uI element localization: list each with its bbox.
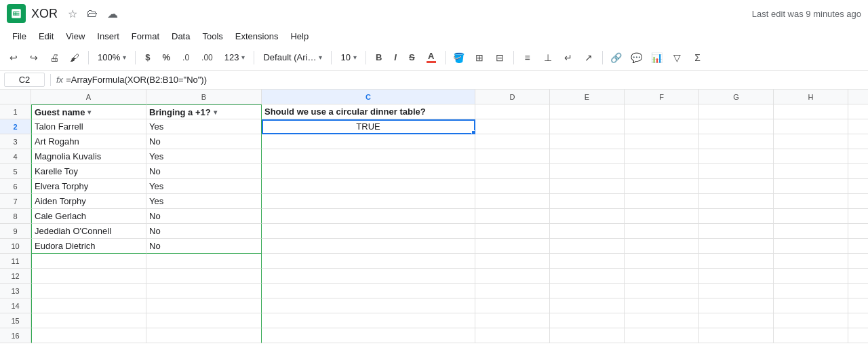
cell-9D[interactable] [475,224,550,239]
cell-8G[interactable] [699,209,774,224]
cell-11A[interactable] [31,254,146,269]
cell-15D[interactable] [475,313,550,328]
undo-button[interactable]: ↩ [4,48,23,67]
cell-11B[interactable] [146,254,262,269]
cell-8F[interactable] [625,209,699,224]
col-header-i[interactable]: I [848,90,868,104]
cell-7E[interactable] [550,194,625,209]
col-header-d[interactable]: D [475,90,550,104]
cell-1D[interactable] [475,104,550,119]
font-select[interactable]: Default (Ari… ▾ [258,48,327,67]
row-header-15[interactable]: 15 [0,313,31,328]
cell-3A[interactable]: Art Rogahn [31,134,146,149]
cell-14G[interactable] [699,298,774,313]
functions-button[interactable]: Σ [688,48,707,67]
halign-button[interactable]: ≡ [518,48,537,67]
row-header-11[interactable]: 11 [0,254,31,269]
cell-1F[interactable] [625,104,699,119]
cell-3D[interactable] [475,134,550,149]
row-header-8[interactable]: 8 [0,209,31,224]
cell-4B[interactable]: Yes [146,149,262,164]
cell-13D[interactable] [475,284,550,298]
cell-14H[interactable] [774,298,848,313]
redo-button[interactable]: ↪ [24,48,43,67]
dec0-button[interactable]: .0 [177,48,195,67]
col-header-h[interactable]: H [774,90,848,104]
cell-16A[interactable] [31,328,146,343]
cell-6I[interactable] [848,179,868,194]
cell-10C[interactable] [262,239,475,254]
cell-14I[interactable] [848,298,868,313]
paint-format-button[interactable]: 🖌 [65,48,84,67]
cell-7B[interactable]: Yes [146,194,262,209]
menu-item-extensions[interactable]: Extensions [230,30,284,43]
col-header-f[interactable]: F [625,90,699,104]
cell-5E[interactable] [550,164,625,179]
cell-2G[interactable] [699,119,774,134]
row-header-5[interactable]: 5 [0,164,31,179]
col-header-b[interactable]: B [146,90,262,104]
folder-icon[interactable]: 🗁 [85,6,100,21]
cell-13A[interactable] [31,284,146,298]
currency-button[interactable]: $ [140,48,155,67]
chart-button[interactable]: 📊 [648,48,667,67]
cell-10F[interactable] [625,239,699,254]
cell-5D[interactable] [475,164,550,179]
borders-button[interactable]: ⊞ [470,48,489,67]
cell-16E[interactable] [550,328,625,343]
cell-12F[interactable] [625,269,699,284]
cell-2H[interactable] [774,119,848,134]
cell-9F[interactable] [625,224,699,239]
cell-15C[interactable] [262,313,475,328]
cell-1C[interactable]: Should we use a circular dinner table? [262,104,475,119]
cell-8A[interactable]: Cale Gerlach [31,209,146,224]
cell-7D[interactable] [475,194,550,209]
strikethrough-button[interactable]: S [403,48,420,67]
cell-12E[interactable] [550,269,625,284]
cell-8H[interactable] [774,209,848,224]
cell-2A[interactable]: Talon Farrell [31,119,146,134]
cell-3G[interactable] [699,134,774,149]
row-header-10[interactable]: 10 [0,239,31,254]
cell-3E[interactable] [550,134,625,149]
cell-3H[interactable] [774,134,848,149]
cell-7A[interactable]: Aiden Torphy [31,194,146,209]
row-header-14[interactable]: 14 [0,298,31,313]
cell-5I[interactable] [848,164,868,179]
cell-10G[interactable] [699,239,774,254]
cell-2I[interactable] [848,119,868,134]
cell-11E[interactable] [550,254,625,269]
cell-13E[interactable] [550,284,625,298]
cell-4A[interactable]: Magnolia Kuvalis [31,149,146,164]
col-header-e[interactable]: E [550,90,625,104]
cell-6D[interactable] [475,179,550,194]
cell-7C[interactable] [262,194,475,209]
cell-14F[interactable] [625,298,699,313]
cell-8I[interactable] [848,209,868,224]
cell-13G[interactable] [699,284,774,298]
row-header-3[interactable]: 3 [0,134,31,149]
italic-button[interactable]: I [389,48,402,67]
cell-11I[interactable] [848,254,868,269]
filter-icon-b[interactable]: ▾ [214,109,217,116]
rotate-button[interactable]: ↗ [579,48,598,67]
filter-button[interactable]: ▽ [668,48,687,67]
menu-item-data[interactable]: Data [166,30,195,43]
cell-14D[interactable] [475,298,550,313]
row-header-1[interactable]: 1 [0,104,31,119]
cell-4F[interactable] [625,149,699,164]
cell-3F[interactable] [625,134,699,149]
cell-9B[interactable]: No [146,224,262,239]
row-header-2[interactable]: 2 [0,119,31,134]
cell-1B[interactable]: Bringing a +1?▾ [146,104,262,119]
cell-7F[interactable] [625,194,699,209]
cell-9G[interactable] [699,224,774,239]
cell-6F[interactable] [625,179,699,194]
cell-12B[interactable] [146,269,262,284]
cell-16F[interactable] [625,328,699,343]
cell-10D[interactable] [475,239,550,254]
cell-13F[interactable] [625,284,699,298]
cell-3C[interactable] [262,134,475,149]
cell-4H[interactable] [774,149,848,164]
cell-11F[interactable] [625,254,699,269]
